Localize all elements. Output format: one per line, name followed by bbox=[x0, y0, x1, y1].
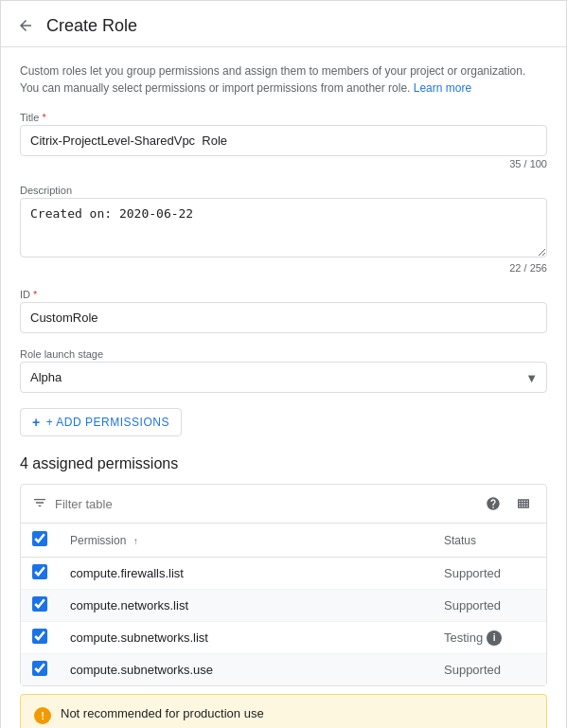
status-cell: Supported bbox=[433, 558, 546, 590]
header-checkbox-cell bbox=[21, 524, 59, 558]
warning-content: Not recommended for production use These… bbox=[61, 706, 533, 728]
row-checkbox-cell bbox=[21, 558, 59, 590]
description-label: Description bbox=[20, 185, 547, 196]
description-text: Custom roles let you group permissions a… bbox=[20, 62, 547, 97]
assigned-permissions-title: 4 assigned permissions bbox=[20, 455, 547, 472]
add-permissions-button[interactable]: + + ADD PERMISSIONS bbox=[20, 408, 182, 436]
row-checkbox-cell bbox=[21, 622, 59, 654]
table-toolbar bbox=[21, 485, 546, 524]
warning-box: ! Not recommended for production use The… bbox=[20, 694, 547, 728]
testing-info-icon[interactable]: i bbox=[487, 630, 502, 646]
role-launch-select-wrapper: Alpha Beta General Availability ▼ bbox=[20, 362, 547, 393]
table-toolbar-actions bbox=[482, 492, 535, 515]
permission-cell: compute.subnetworks.list bbox=[59, 622, 433, 654]
filter-input[interactable] bbox=[55, 497, 474, 511]
help-button[interactable] bbox=[482, 492, 505, 515]
permissions-table-container: Permission ↑ Status compute.firewalls.li… bbox=[20, 484, 547, 686]
title-label: Title bbox=[20, 112, 547, 123]
warning-body: These permissions might be changed in ba… bbox=[61, 724, 533, 728]
back-button[interactable] bbox=[12, 12, 39, 39]
status-cell: Supported bbox=[433, 590, 546, 622]
row-checkbox-cell bbox=[21, 654, 59, 686]
status-column-header: Status bbox=[433, 524, 546, 558]
role-launch-label: Role launch stage bbox=[20, 348, 547, 360]
header: Create Role bbox=[1, 1, 566, 47]
sort-icon: ↑ bbox=[133, 536, 138, 546]
description-textarea[interactable] bbox=[20, 198, 547, 257]
permissions-section: 4 assigned permissions bbox=[20, 455, 547, 728]
filter-icon bbox=[32, 495, 47, 513]
permission-column-header: Permission ↑ bbox=[59, 524, 433, 558]
table-row: compute.firewalls.list Supported bbox=[21, 558, 546, 590]
warning-title: Not recommended for production use bbox=[61, 706, 533, 720]
supported-status: Supported bbox=[444, 566, 501, 580]
permissions-table: Permission ↑ Status compute.firewalls.li… bbox=[21, 524, 546, 685]
id-input[interactable] bbox=[20, 302, 547, 333]
supported-status: Supported bbox=[444, 663, 501, 677]
supported-status: Supported bbox=[444, 598, 501, 613]
permission-cell: compute.firewalls.list bbox=[59, 558, 433, 590]
description-char-count: 22 / 256 bbox=[20, 262, 547, 274]
table-row: compute.subnetworks.list Testing i bbox=[21, 622, 546, 654]
id-field-group: ID bbox=[20, 289, 547, 333]
testing-status: Testing i bbox=[444, 630, 535, 646]
status-cell: Supported bbox=[433, 654, 546, 686]
row-checkbox-cell bbox=[21, 590, 59, 622]
row-checkbox-0[interactable] bbox=[32, 564, 47, 579]
page-container: Create Role Custom roles let you group p… bbox=[0, 0, 567, 728]
row-checkbox-1[interactable] bbox=[32, 596, 47, 612]
title-input[interactable] bbox=[20, 125, 547, 156]
warning-icon: ! bbox=[34, 707, 51, 724]
page-title: Create Role bbox=[46, 16, 137, 36]
row-checkbox-2[interactable] bbox=[32, 629, 47, 644]
description-field-group: Description 22 / 256 bbox=[20, 185, 547, 274]
title-field-group: Title 35 / 100 bbox=[20, 112, 547, 169]
status-cell: Testing i bbox=[433, 622, 546, 654]
table-row: compute.networks.list Supported bbox=[21, 590, 546, 622]
plus-icon: + bbox=[32, 415, 41, 430]
role-launch-select[interactable]: Alpha Beta General Availability bbox=[20, 362, 547, 393]
row-checkbox-3[interactable] bbox=[32, 661, 47, 676]
select-all-checkbox[interactable] bbox=[32, 531, 47, 546]
id-label: ID bbox=[20, 289, 547, 300]
permission-cell: compute.networks.list bbox=[59, 590, 433, 622]
learn-more-link[interactable]: Learn more bbox=[414, 81, 471, 95]
title-char-count: 35 / 100 bbox=[20, 158, 547, 169]
permission-cell: compute.subnetworks.use bbox=[59, 654, 433, 686]
columns-button[interactable] bbox=[512, 492, 535, 515]
main-content: Custom roles let you group permissions a… bbox=[1, 47, 566, 728]
role-launch-field-group: Role launch stage Alpha Beta General Ava… bbox=[20, 348, 547, 393]
table-row: compute.subnetworks.use Supported bbox=[21, 654, 546, 686]
